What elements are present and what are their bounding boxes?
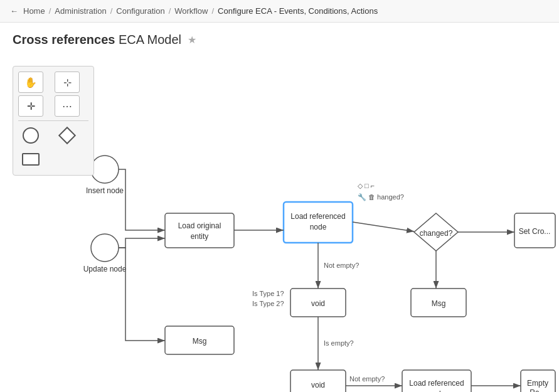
is-type-1-label: Is Type 1? bbox=[252, 290, 284, 297]
diamond-shape-tool[interactable] bbox=[55, 125, 80, 146]
breadcrumb-home[interactable]: Home bbox=[23, 6, 45, 16]
page-title: Cross references ECA Model bbox=[13, 33, 181, 47]
move-tool-button[interactable]: ✛ bbox=[18, 95, 43, 117]
favorite-star-icon[interactable]: ★ bbox=[188, 34, 196, 46]
breadcrumb-configuration[interactable]: Configuration bbox=[116, 6, 164, 16]
insert-node-circle[interactable] bbox=[91, 156, 119, 183]
not-empty-bottom-label: Not empty? bbox=[349, 375, 385, 383]
rect-shape-tool[interactable] bbox=[18, 149, 43, 170]
page-title-bar: Cross references ECA Model ★ bbox=[0, 23, 559, 53]
draw-tool-button[interactable]: ⋯ bbox=[55, 95, 80, 117]
edge-load-ref-to-changed bbox=[353, 222, 414, 231]
breadcrumb-workflow[interactable]: Workflow bbox=[174, 6, 208, 16]
circle-shape-tool[interactable] bbox=[18, 125, 43, 146]
edge-update-to-msg bbox=[119, 248, 165, 341]
back-arrow[interactable]: ← bbox=[10, 6, 18, 16]
hand-tool-button[interactable]: ✋ bbox=[18, 72, 43, 93]
void-bottom-text: void bbox=[311, 381, 325, 389]
load-original-entity-text-2: entity bbox=[191, 232, 209, 241]
load-referenced-node-top-text-1: Load referenced bbox=[290, 212, 345, 221]
load-referenced-node-top-text-2: node bbox=[310, 223, 327, 231]
update-node-label: Update node bbox=[83, 265, 127, 273]
edge-insert-to-load-original bbox=[119, 169, 165, 230]
void-mid-text: void bbox=[311, 299, 325, 308]
breadcrumb-administration[interactable]: Administration bbox=[55, 6, 106, 16]
diagram-canvas[interactable]: ✋ ⊹ ✛ ⋯ Insert node Update node Load ori… bbox=[0, 53, 559, 392]
load-referenced-node-bottom-text-1: Load referenced bbox=[409, 379, 464, 388]
empty-re-text-1: Empty bbox=[527, 379, 548, 388]
set-cro-text: Set Cro... bbox=[519, 227, 551, 236]
load-referenced-node-bottom-text-2: node bbox=[429, 389, 445, 392]
breadcrumb-current: Configure ECA - Events, Conditions, Acti… bbox=[218, 6, 378, 16]
load-original-entity-text-1: Load original bbox=[178, 221, 221, 230]
is-empty-label: Is empty? bbox=[324, 339, 354, 347]
edge-update-to-load-original bbox=[119, 238, 165, 248]
node-toolbar-icons: ◇ □ ⌐ bbox=[358, 182, 375, 189]
empty-re-text-2: Re... bbox=[530, 388, 545, 392]
select-tool-button[interactable]: ⊹ bbox=[55, 72, 80, 93]
diagram-toolbar: ✋ ⊹ ✛ ⋯ bbox=[13, 66, 94, 176]
toolbar-divider bbox=[18, 120, 88, 121]
node-toolbar-icons-2: 🔧 🗑 hanged? bbox=[358, 193, 404, 201]
msg-bottom-left-text: Msg bbox=[193, 337, 207, 346]
is-type-2-label: Is Type 2? bbox=[252, 300, 284, 307]
update-node-circle[interactable] bbox=[91, 234, 119, 262]
breadcrumb: ← Home / Administration / Configuration … bbox=[0, 0, 559, 23]
insert-node-label: Insert node bbox=[86, 186, 124, 195]
not-empty-top-label: Not empty? bbox=[324, 262, 359, 269]
load-original-entity-node[interactable] bbox=[165, 213, 234, 248]
msg-right-text: Msg bbox=[432, 299, 446, 308]
changed-text: changed? bbox=[420, 229, 453, 238]
